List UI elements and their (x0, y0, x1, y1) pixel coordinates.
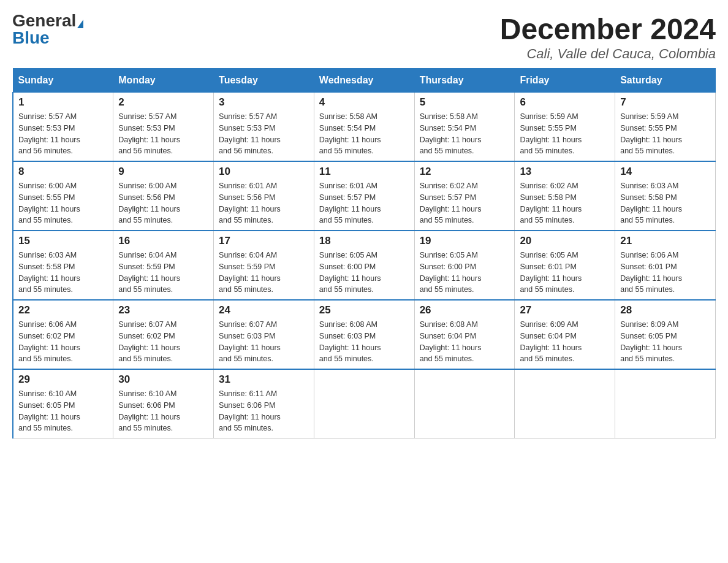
day-info: Sunrise: 6:05 AMSunset: 6:01 PMDaylight:… (520, 250, 610, 296)
header-friday: Friday (515, 69, 615, 93)
calendar-cell: 16Sunrise: 6:04 AMSunset: 5:59 PMDayligh… (113, 231, 214, 300)
day-number: 10 (219, 166, 309, 178)
day-info: Sunrise: 6:10 AMSunset: 6:05 PMDaylight:… (18, 388, 108, 434)
day-number: 19 (420, 235, 510, 247)
logo-blue-row: Blue (12, 29, 50, 47)
calendar-cell: 9Sunrise: 6:00 AMSunset: 5:56 PMDaylight… (113, 161, 214, 231)
day-info: Sunrise: 5:58 AMSunset: 5:54 PMDaylight:… (420, 111, 510, 157)
calendar-cell: 14Sunrise: 6:03 AMSunset: 5:58 PMDayligh… (615, 161, 716, 231)
day-info: Sunrise: 6:00 AMSunset: 5:55 PMDaylight:… (18, 180, 108, 226)
day-number: 15 (18, 235, 108, 247)
day-number: 26 (420, 304, 510, 316)
day-info: Sunrise: 5:59 AMSunset: 5:55 PMDaylight:… (620, 111, 710, 157)
calendar-cell: 11Sunrise: 6:01 AMSunset: 5:57 PMDayligh… (314, 161, 414, 231)
calendar-cell: 4Sunrise: 5:58 AMSunset: 5:54 PMDaylight… (314, 93, 414, 162)
day-number: 16 (118, 235, 208, 247)
day-info: Sunrise: 6:09 AMSunset: 6:05 PMDaylight:… (620, 319, 710, 365)
day-number: 12 (420, 166, 510, 178)
day-info: Sunrise: 6:08 AMSunset: 6:04 PMDaylight:… (420, 319, 510, 365)
day-info: Sunrise: 6:01 AMSunset: 5:56 PMDaylight:… (219, 180, 309, 226)
calendar-table: Sunday Monday Tuesday Wednesday Thursday… (12, 68, 716, 439)
calendar-cell (515, 369, 615, 439)
logo-blue-text: Blue (12, 28, 50, 47)
calendar-cell: 18Sunrise: 6:05 AMSunset: 6:00 PMDayligh… (314, 231, 414, 300)
calendar-cell: 23Sunrise: 6:07 AMSunset: 6:02 PMDayligh… (113, 300, 214, 369)
header-tuesday: Tuesday (214, 69, 314, 93)
day-number: 22 (18, 304, 108, 316)
day-info: Sunrise: 6:05 AMSunset: 6:00 PMDaylight:… (319, 250, 409, 296)
day-number: 20 (520, 235, 610, 247)
header-thursday: Thursday (414, 69, 515, 93)
calendar-cell: 17Sunrise: 6:04 AMSunset: 5:59 PMDayligh… (214, 231, 314, 300)
header-sunday: Sunday (13, 69, 113, 93)
calendar-cell: 5Sunrise: 5:58 AMSunset: 5:54 PMDaylight… (414, 93, 515, 162)
calendar-cell: 21Sunrise: 6:06 AMSunset: 6:01 PMDayligh… (615, 231, 716, 300)
day-number: 1 (18, 96, 108, 109)
day-number: 8 (18, 166, 108, 178)
day-info: Sunrise: 6:06 AMSunset: 6:01 PMDaylight:… (620, 250, 710, 296)
calendar-cell: 19Sunrise: 6:05 AMSunset: 6:00 PMDayligh… (414, 231, 515, 300)
location-title: Cali, Valle del Cauca, Colombia (500, 46, 716, 62)
day-info: Sunrise: 6:09 AMSunset: 6:04 PMDaylight:… (520, 319, 610, 365)
weekday-header-row: Sunday Monday Tuesday Wednesday Thursday… (13, 69, 716, 93)
logo: General Blue (12, 12, 83, 47)
day-number: 31 (219, 373, 309, 386)
day-number: 24 (219, 304, 309, 316)
day-info: Sunrise: 6:06 AMSunset: 6:02 PMDaylight:… (18, 319, 108, 365)
calendar-cell: 30Sunrise: 6:10 AMSunset: 6:06 PMDayligh… (113, 369, 214, 439)
page-header: General Blue December 2024 Cali, Valle d… (12, 12, 716, 62)
day-number: 11 (319, 166, 409, 178)
calendar-cell: 31Sunrise: 6:11 AMSunset: 6:06 PMDayligh… (214, 369, 314, 439)
calendar-cell: 15Sunrise: 6:03 AMSunset: 5:58 PMDayligh… (13, 231, 113, 300)
calendar-week-row: 29Sunrise: 6:10 AMSunset: 6:05 PMDayligh… (13, 369, 716, 439)
day-number: 7 (620, 96, 710, 109)
day-info: Sunrise: 5:57 AMSunset: 5:53 PMDaylight:… (219, 111, 309, 157)
calendar-cell: 28Sunrise: 6:09 AMSunset: 6:05 PMDayligh… (615, 300, 716, 369)
logo-general-text: General (12, 11, 76, 30)
day-info: Sunrise: 6:07 AMSunset: 6:02 PMDaylight:… (118, 319, 208, 365)
day-info: Sunrise: 6:05 AMSunset: 6:00 PMDaylight:… (420, 250, 510, 296)
calendar-cell: 8Sunrise: 6:00 AMSunset: 5:55 PMDaylight… (13, 161, 113, 231)
day-number: 9 (118, 166, 208, 178)
day-number: 14 (620, 166, 710, 178)
day-info: Sunrise: 6:07 AMSunset: 6:03 PMDaylight:… (219, 319, 309, 365)
calendar-cell: 22Sunrise: 6:06 AMSunset: 6:02 PMDayligh… (13, 300, 113, 369)
month-title: December 2024 (500, 12, 716, 46)
day-info: Sunrise: 6:00 AMSunset: 5:56 PMDaylight:… (118, 180, 208, 226)
calendar-cell: 6Sunrise: 5:59 AMSunset: 5:55 PMDaylight… (515, 93, 615, 162)
day-info: Sunrise: 6:10 AMSunset: 6:06 PMDaylight:… (118, 388, 208, 434)
calendar-cell: 1Sunrise: 5:57 AMSunset: 5:53 PMDaylight… (13, 93, 113, 162)
calendar-week-row: 22Sunrise: 6:06 AMSunset: 6:02 PMDayligh… (13, 300, 716, 369)
day-number: 25 (319, 304, 409, 316)
header-saturday: Saturday (615, 69, 716, 93)
day-info: Sunrise: 5:57 AMSunset: 5:53 PMDaylight:… (18, 111, 108, 157)
day-info: Sunrise: 5:58 AMSunset: 5:54 PMDaylight:… (319, 111, 409, 157)
calendar-cell: 13Sunrise: 6:02 AMSunset: 5:58 PMDayligh… (515, 161, 615, 231)
day-info: Sunrise: 6:01 AMSunset: 5:57 PMDaylight:… (319, 180, 409, 226)
day-info: Sunrise: 6:04 AMSunset: 5:59 PMDaylight:… (219, 250, 309, 296)
day-info: Sunrise: 6:11 AMSunset: 6:06 PMDaylight:… (219, 388, 309, 434)
day-number: 30 (118, 373, 208, 386)
day-info: Sunrise: 6:02 AMSunset: 5:57 PMDaylight:… (420, 180, 510, 226)
calendar-cell: 3Sunrise: 5:57 AMSunset: 5:53 PMDaylight… (214, 93, 314, 162)
logo-general-row: General (12, 12, 83, 29)
day-number: 18 (319, 235, 409, 247)
day-number: 5 (420, 96, 510, 109)
calendar-cell (314, 369, 414, 439)
day-number: 28 (620, 304, 710, 316)
day-number: 23 (118, 304, 208, 316)
calendar-cell: 20Sunrise: 6:05 AMSunset: 6:01 PMDayligh… (515, 231, 615, 300)
calendar-cell: 7Sunrise: 5:59 AMSunset: 5:55 PMDaylight… (615, 93, 716, 162)
calendar-cell: 10Sunrise: 6:01 AMSunset: 5:56 PMDayligh… (214, 161, 314, 231)
day-info: Sunrise: 6:03 AMSunset: 5:58 PMDaylight:… (620, 180, 710, 226)
calendar-week-row: 1Sunrise: 5:57 AMSunset: 5:53 PMDaylight… (13, 93, 716, 162)
day-number: 13 (520, 166, 610, 178)
day-number: 2 (118, 96, 208, 109)
day-info: Sunrise: 5:57 AMSunset: 5:53 PMDaylight:… (118, 111, 208, 157)
title-section: December 2024 Cali, Valle del Cauca, Col… (500, 12, 716, 62)
calendar-cell: 2Sunrise: 5:57 AMSunset: 5:53 PMDaylight… (113, 93, 214, 162)
day-info: Sunrise: 6:04 AMSunset: 5:59 PMDaylight:… (118, 250, 208, 296)
calendar-cell: 26Sunrise: 6:08 AMSunset: 6:04 PMDayligh… (414, 300, 515, 369)
day-number: 6 (520, 96, 610, 109)
header-monday: Monday (113, 69, 214, 93)
